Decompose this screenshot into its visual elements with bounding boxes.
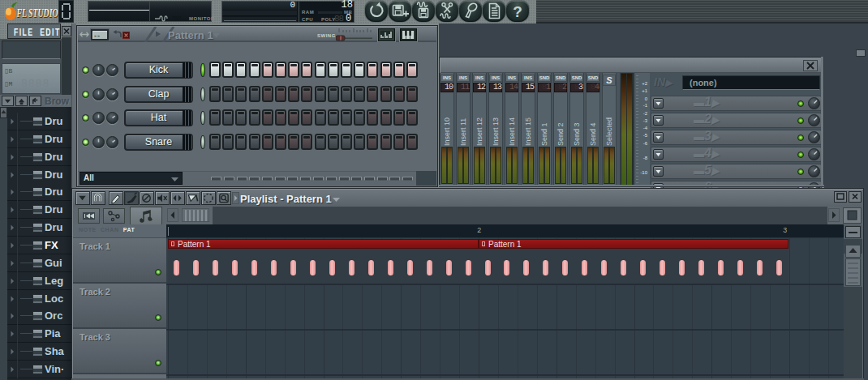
svg-text:?: ? xyxy=(513,3,522,20)
svg-text:FL STUDIO: FL STUDIO xyxy=(16,6,58,19)
